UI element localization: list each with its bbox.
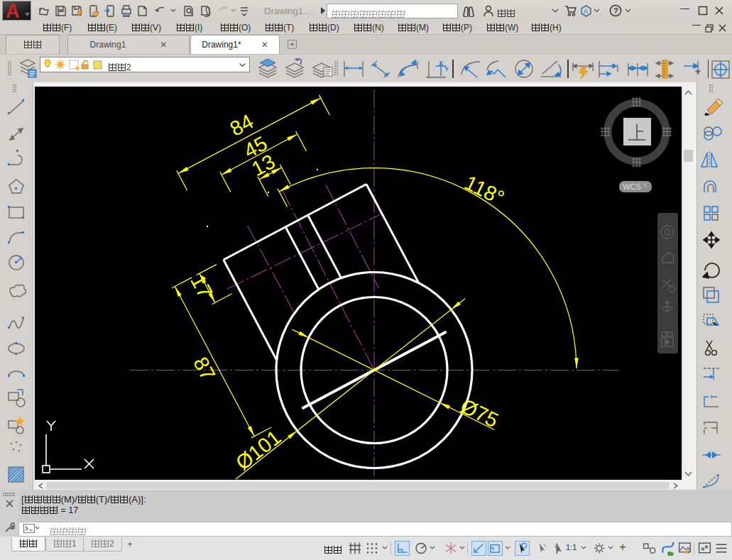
svg-text:A: A — [584, 8, 588, 15]
svg-text:A: A — [6, 1, 20, 21]
svg-text:X: X — [439, 60, 443, 67]
svg-text:?: ? — [613, 6, 618, 15]
svg-text:Y: Y — [444, 65, 449, 72]
svg-text:!: ! — [687, 549, 689, 554]
svg-text:WCS: WCS — [623, 182, 641, 191]
